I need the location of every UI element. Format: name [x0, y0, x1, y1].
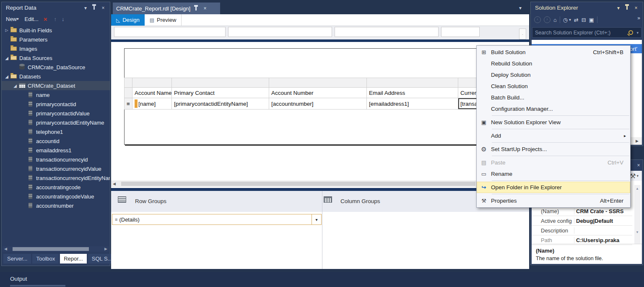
- scrollbar-top-box[interactable]: -: [519, 29, 526, 39]
- chevron-down-icon[interactable]: ▾: [636, 174, 639, 178]
- property-value[interactable]: CRM Crate - SSRS: [574, 208, 632, 214]
- chevron-down-icon[interactable]: ▾: [636, 31, 639, 35]
- pending-changes-filter-icon[interactable]: ◷: [563, 17, 568, 23]
- table-data-cell[interactable]: [emailaddress1]: [367, 98, 458, 110]
- tree-item[interactable]: telephone1: [2, 127, 110, 136]
- chevron-down-icon[interactable]: ▾: [569, 18, 571, 22]
- tree-item[interactable]: transactioncurrencyidEntityName: [2, 173, 110, 183]
- menu-item[interactable]: ⊞ Build Solution Ctrl+Shift+B ▸: [477, 47, 630, 58]
- back-button[interactable]: ‹: [534, 16, 541, 23]
- property-row[interactable]: Description: [532, 226, 632, 235]
- move-down-icon[interactable]: ↓: [62, 16, 65, 22]
- scroll-right-icon[interactable]: ▶: [104, 247, 107, 251]
- edit-button[interactable]: Edit...: [25, 16, 39, 22]
- tree-item[interactable]: ◢ CRMCrate_Dataset: [2, 81, 110, 90]
- close-icon[interactable]: ×: [201, 5, 209, 11]
- details-group-row[interactable]: ≡ (Details) ▾: [112, 214, 322, 225]
- tree-item[interactable]: ◢ Datasets: [2, 72, 110, 81]
- expander-icon[interactable]: ◢: [3, 74, 10, 79]
- expander-icon[interactable]: ◢: [12, 83, 18, 88]
- close-icon[interactable]: ×: [99, 5, 107, 11]
- tree-item[interactable]: accountratingcodeValue: [2, 192, 110, 201]
- property-row[interactable]: (Name) CRM Crate - SSRS: [532, 206, 632, 216]
- delete-icon[interactable]: ×: [44, 16, 47, 23]
- window-position-menu-icon[interactable]: ▾: [81, 5, 90, 11]
- table-data-cell[interactable]: [accountnumber]: [269, 98, 367, 110]
- property-value[interactable]: C:\Users\p.praka: [574, 237, 632, 243]
- collapse-all-icon[interactable]: ⊟: [582, 17, 586, 23]
- tree-item[interactable]: Images: [2, 44, 110, 53]
- menu-item[interactable]: ↪ Open Folder in File Explorer ▸: [477, 182, 630, 193]
- menu-item[interactable]: ▤ Paste Ctrl+V ▸: [477, 157, 630, 168]
- scrollbar-thumb[interactable]: [121, 182, 475, 186]
- toolbar-overflow-icon[interactable]: »: [637, 15, 640, 21]
- properties-vertical-scrollbar[interactable]: ▲ ▼: [634, 185, 641, 244]
- tool-window-tab[interactable]: Server...: [3, 254, 31, 264]
- pin-icon[interactable]: [195, 7, 197, 10]
- tree-item[interactable]: ▷ Built-in Fields: [2, 26, 110, 35]
- menu-item[interactable]: ⚙ Set StartUp Projects... ▸: [477, 144, 630, 155]
- table-header-cell[interactable]: Email Address: [367, 88, 458, 98]
- tree-item[interactable]: primarycontactidEntityName: [2, 118, 110, 127]
- table-header-cell[interactable]: Account Number: [269, 88, 367, 98]
- document-well-dropdown-icon[interactable]: ▾: [519, 5, 522, 11]
- wrench-icon[interactable]: ⚒: [630, 172, 636, 180]
- scroll-right-icon[interactable]: ▶: [636, 139, 639, 143]
- tree-item[interactable]: accountratingcode: [2, 183, 110, 192]
- menu-item[interactable]: ⚒ Properties Alt+Enter ▸: [477, 195, 630, 206]
- scroll-left-icon[interactable]: ◀: [113, 182, 116, 186]
- menu-item[interactable]: Clean Solution ▸: [477, 81, 630, 92]
- tree-item[interactable]: primarycontactid: [2, 99, 110, 109]
- tablix-column-handle[interactable]: [172, 78, 269, 88]
- tool-window-tab[interactable]: Repor...: [60, 254, 87, 264]
- window-position-menu-icon[interactable]: ▾: [614, 5, 623, 11]
- expander-icon[interactable]: ▷: [3, 28, 10, 32]
- scrollbar-thumb[interactable]: [13, 247, 89, 251]
- menu-item[interactable]: Rebuild Solution ▸: [477, 58, 630, 69]
- table-data-cell[interactable]: [primarycontactidEntityName]: [172, 98, 269, 110]
- tree-item[interactable]: primarycontactidValue: [2, 109, 110, 118]
- menu-item[interactable]: Batch Build... ▸: [477, 92, 630, 103]
- tablix-column-handle[interactable]: [132, 78, 172, 88]
- menu-item[interactable]: Deploy Solution ▸: [477, 69, 630, 81]
- sync-with-active-document-icon[interactable]: ⇄: [574, 17, 579, 23]
- report-design-surface[interactable]: Account Name Primary Contact Account Num…: [111, 42, 529, 188]
- tree-item[interactable]: CRMCrate_DataSource: [2, 63, 110, 72]
- tree-item[interactable]: name: [2, 90, 110, 99]
- forward-button[interactable]: ›: [544, 16, 551, 23]
- tablix-column-handle[interactable]: [367, 78, 458, 88]
- view-tab[interactable]: ◺ Design: [111, 14, 145, 26]
- tree-item[interactable]: transactioncurrencyidValue: [2, 164, 110, 173]
- chevron-down-icon[interactable]: ▾: [17, 17, 19, 21]
- close-icon[interactable]: ×: [634, 162, 643, 168]
- tool-window-tab[interactable]: SQL S...: [88, 254, 112, 264]
- pin-icon[interactable]: [626, 6, 628, 10]
- menu-item[interactable]: Add ▸: [477, 130, 630, 141]
- tablix-column-handle[interactable]: [269, 78, 367, 88]
- group-dropdown-button[interactable]: ▾: [312, 214, 321, 224]
- tree-item[interactable]: accountnumber: [2, 201, 110, 210]
- table-header-cell[interactable]: Account Name: [132, 88, 172, 98]
- property-row[interactable]: Active config Debug|Default: [532, 216, 632, 226]
- move-up-icon[interactable]: ↑: [54, 16, 57, 22]
- expander-icon[interactable]: ◢: [3, 56, 10, 60]
- scroll-up-icon[interactable]: ▲: [636, 187, 639, 190]
- search-icon[interactable]: [628, 30, 633, 35]
- scroll-left-icon[interactable]: ◀: [4, 247, 7, 251]
- new-button[interactable]: New: [6, 16, 17, 22]
- close-icon[interactable]: ×: [632, 5, 640, 11]
- view-tab[interactable]: ▤ Preview: [145, 14, 182, 26]
- home-icon[interactable]: ⌂: [553, 17, 557, 23]
- menu-item[interactable]: ▣ New Solution Explorer View ▸: [477, 117, 630, 128]
- menu-item[interactable]: ▭ Rename ▸: [477, 168, 630, 180]
- tree-item[interactable]: accountid: [2, 136, 110, 146]
- table-data-cell[interactable]: [name]: [132, 98, 172, 110]
- output-tab-label[interactable]: Output: [10, 276, 27, 282]
- scroll-down-icon[interactable]: ▼: [636, 230, 639, 234]
- menu-item[interactable]: Configuration Manager... ▸: [477, 103, 630, 115]
- tablix-row-handle[interactable]: [124, 88, 132, 98]
- property-value[interactable]: Debug|Default: [574, 218, 632, 224]
- tree-item[interactable]: transactioncurrencyid: [2, 155, 110, 164]
- tree-item[interactable]: emailaddress1: [2, 146, 110, 155]
- tablix-row-handle[interactable]: ≡: [124, 98, 132, 110]
